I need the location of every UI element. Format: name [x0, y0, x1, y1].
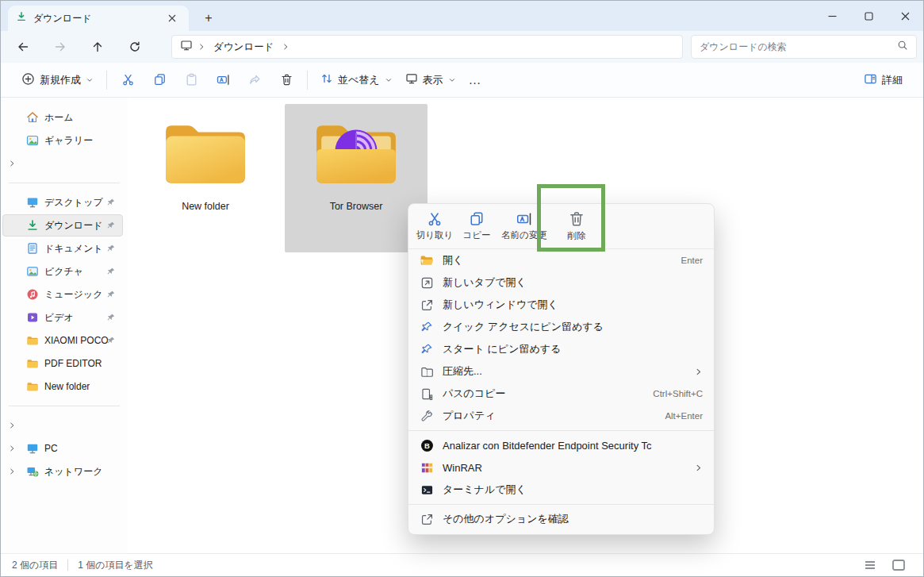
new-button-label: 新規作成: [40, 73, 81, 87]
thumbnail-view-toggle[interactable]: [890, 557, 907, 573]
chevron-right-icon[interactable]: [8, 421, 17, 429]
pin-icon: [106, 244, 116, 253]
network-icon: [26, 465, 39, 478]
pin-icon: [106, 313, 116, 322]
paste-button[interactable]: [177, 67, 205, 93]
search-box[interactable]: [691, 35, 917, 59]
file-tile-tor-browser[interactable]: Tor Browser: [285, 104, 427, 252]
desktop-icon: [26, 196, 39, 209]
breadcrumb-chevron-icon: [197, 40, 205, 54]
explorer-tab[interactable]: ダウンロード: [8, 6, 189, 31]
sidebar-item-home[interactable]: ホーム: [2, 106, 123, 129]
sidebar-item-videos[interactable]: ビデオ: [2, 306, 123, 329]
new-button[interactable]: 新規作成: [15, 67, 100, 93]
sidebar-item-label: ミュージック: [44, 288, 102, 302]
tab-close-icon[interactable]: [163, 10, 181, 27]
new-tab-button[interactable]: +: [197, 7, 220, 29]
search-input[interactable]: [700, 41, 897, 52]
copy-button[interactable]: [145, 67, 174, 93]
items-count: 2 個の項目: [12, 559, 58, 572]
sidebar-item-expand-top[interactable]: [2, 152, 123, 175]
details-pane-button[interactable]: 詳細: [857, 67, 909, 93]
forward-button[interactable]: [51, 37, 70, 56]
menu-item-label: スタート にピン留めする: [443, 342, 703, 356]
details-pane-label: 詳細: [882, 73, 903, 87]
menu-item-open[interactable]: 開くEnter: [408, 249, 714, 271]
sidebar-item-label: ピクチャ: [44, 265, 83, 279]
menu-item-compress-to[interactable]: 圧縮先...: [408, 360, 714, 383]
quick-action-cut[interactable]: 切り取り: [413, 206, 456, 246]
menu-item-open-new-window[interactable]: 新しいウィンドウで開く: [408, 294, 714, 316]
cut-button[interactable]: [113, 67, 142, 93]
tor-browser-folder-icon: [312, 117, 401, 194]
chevron-right-icon[interactable]: [8, 160, 17, 167]
delete-button[interactable]: [272, 67, 301, 93]
minimize-button[interactable]: [814, 1, 850, 31]
open-new-tab-icon: [420, 275, 434, 290]
menu-item-properties[interactable]: プロパティAlt+Enter: [408, 405, 714, 427]
breadcrumb-segment[interactable]: ダウンロード: [210, 39, 277, 56]
terminal-icon: [420, 483, 434, 497]
menu-item-label: Analizar con Bitdefender Endpoint Securi…: [443, 440, 703, 452]
menu-item-label: ターミナルで開く: [443, 483, 703, 497]
quick-action-label: コピー: [462, 229, 490, 241]
maximize-button[interactable]: [850, 1, 887, 31]
zip-folder-icon: [420, 364, 434, 379]
file-name: Tor Browser: [330, 201, 383, 212]
more-options-icon: [420, 512, 434, 526]
search-icon[interactable]: [897, 40, 908, 54]
back-button[interactable]: [13, 37, 33, 56]
pin-icon: [106, 198, 116, 207]
gallery-icon: [26, 134, 39, 147]
sidebar-item-pictures[interactable]: ピクチャ: [2, 260, 123, 283]
pin-icon: [106, 221, 116, 230]
refresh-button[interactable]: [125, 37, 144, 56]
quick-action-label: 切り取り: [416, 229, 454, 241]
sidebar-item-downloads[interactable]: ダウンロード: [2, 214, 123, 237]
titlebar: ダウンロード +: [1, 1, 923, 31]
menu-item-pin-start[interactable]: スタート にピン留めする: [408, 338, 714, 360]
menu-item-open-terminal[interactable]: ターミナルで開く: [408, 479, 714, 501]
pictures-icon: [26, 265, 39, 278]
menu-item-label: プロパティ: [443, 409, 656, 423]
chevron-down-icon: [385, 76, 393, 84]
quick-action-copy[interactable]: コピー: [459, 206, 494, 246]
more-commands-button[interactable]: …: [462, 68, 489, 92]
menu-item-show-more-options[interactable]: その他のオプションを確認: [408, 508, 714, 530]
file-tile-new-folder[interactable]: New folder: [134, 104, 277, 252]
close-button[interactable]: [887, 1, 923, 31]
menu-item-shortcut: Alt+Enter: [665, 411, 703, 421]
sidebar-item-expand-bottom[interactable]: [2, 414, 123, 437]
view-button[interactable]: 表示: [399, 67, 462, 92]
sidebar-item-music[interactable]: ミュージック: [2, 283, 123, 306]
rename-button[interactable]: [209, 67, 237, 93]
sidebar-item-label: ダウンロード: [44, 219, 102, 233]
menu-item-bitdefender-scan[interactable]: BAnalizar con Bitdefender Endpoint Secur…: [408, 434, 714, 456]
address-bar[interactable]: ダウンロード: [171, 35, 683, 59]
sort-button[interactable]: 並べ替え: [314, 67, 399, 92]
share-button[interactable]: [240, 67, 269, 93]
sidebar-item-desktop[interactable]: デスクトップ: [2, 191, 123, 213]
this-pc-icon[interactable]: [180, 39, 193, 55]
list-view-toggle[interactable]: [861, 557, 879, 573]
sidebar-item-gallery[interactable]: ギャラリー: [2, 129, 123, 152]
chevron-right-icon[interactable]: [8, 444, 17, 452]
up-button[interactable]: [88, 37, 107, 56]
sidebar-item-xiaomi-poco-f[interactable]: XIAOMI POCO F: [2, 329, 123, 352]
sidebar-item-network[interactable]: ネットワーク: [2, 460, 123, 483]
menu-item-copy-path[interactable]: パスのコピーCtrl+Shift+C: [408, 383, 714, 405]
sidebar-item-label: PDF EDITOR: [44, 358, 102, 369]
menu-item-pin-quick-access[interactable]: クイック アクセスにピン留めする: [408, 316, 714, 338]
download-tab-icon: [16, 11, 27, 25]
sidebar-item-pdf-editor[interactable]: PDF EDITOR: [2, 352, 123, 375]
menu-item-winrar[interactable]: WinRAR: [408, 456, 714, 479]
sidebar-item-new-folder[interactable]: New folder: [2, 375, 123, 398]
chevron-right-icon[interactable]: [8, 467, 17, 475]
pin-icon: [106, 267, 116, 276]
menu-item-open-new-tab[interactable]: 新しいタブで開く: [408, 271, 714, 294]
breadcrumb-chevron-icon[interactable]: [282, 40, 289, 54]
sidebar-item-pc[interactable]: PC: [2, 437, 123, 460]
pin-blue-icon: [420, 342, 434, 356]
context-menu-divider: [408, 430, 714, 431]
sidebar-item-documents[interactable]: ドキュメント: [2, 237, 123, 260]
